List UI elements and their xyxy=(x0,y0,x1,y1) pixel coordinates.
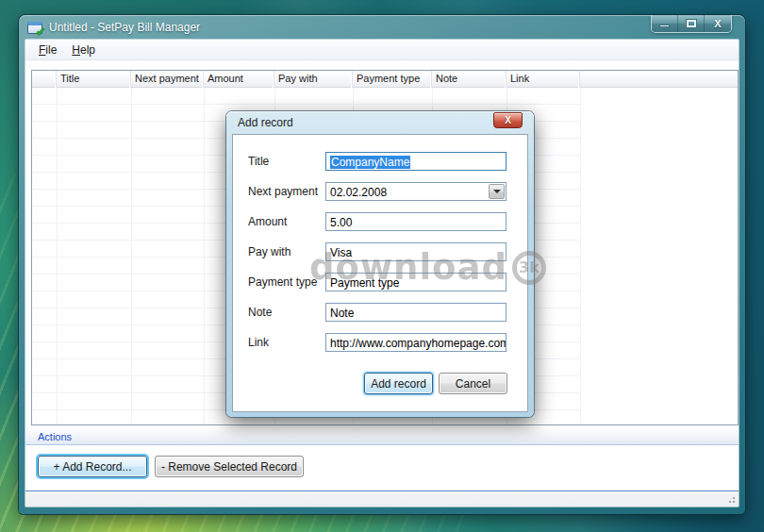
amount-label: Amount xyxy=(248,212,325,231)
status-bar xyxy=(25,490,739,507)
menu-bar: File Help xyxy=(25,40,739,60)
grid-line xyxy=(131,88,132,424)
dialog-title: Add record xyxy=(226,111,534,134)
watermark-badge-icon: 3k xyxy=(512,251,546,285)
window-controls: X xyxy=(651,15,732,33)
grid-line xyxy=(57,88,58,424)
dialog-close-button[interactable]: X xyxy=(493,112,523,128)
field-row-amount: Amount 5.00 xyxy=(248,212,527,231)
menu-file[interactable]: File xyxy=(31,42,64,58)
column-header-next-payment[interactable]: Next payment xyxy=(131,71,204,88)
field-row-note: Note Note xyxy=(248,303,527,322)
grid-line xyxy=(580,88,581,424)
close-button[interactable]: X xyxy=(705,15,731,32)
column-header-note[interactable]: Note xyxy=(432,71,507,88)
chevron-down-icon xyxy=(493,190,501,193)
close-icon: X xyxy=(505,116,511,125)
field-row-link: Link http://www.companyhomepage.com xyxy=(248,333,527,352)
desktop: ✔ Untitled - SetPay Bill Manager X File … xyxy=(0,0,764,532)
watermark-text: download xyxy=(309,247,507,288)
close-icon: X xyxy=(714,19,721,29)
titlebar[interactable]: ✔ Untitled - SetPay Bill Manager xyxy=(19,15,745,40)
menu-help[interactable]: Help xyxy=(64,42,103,58)
dialog-buttons: Add record Cancel xyxy=(364,373,507,394)
resize-grip-icon[interactable] xyxy=(727,495,736,504)
add-record-button[interactable]: + Add Record... xyxy=(38,456,147,477)
minimize-button[interactable] xyxy=(652,15,678,32)
window-title: Untitled - SetPay Bill Manager xyxy=(49,21,200,34)
next-payment-value: 02.02.2008 xyxy=(330,186,387,199)
amount-input[interactable]: 5.00 xyxy=(325,212,507,231)
dialog-add-record-button[interactable]: Add record xyxy=(364,373,433,394)
column-header-title[interactable]: Title xyxy=(57,71,131,88)
remove-selected-record-button[interactable]: - Remove Selected Record xyxy=(155,456,304,477)
column-header-pay-with[interactable]: Pay with xyxy=(274,71,353,88)
maximize-icon xyxy=(687,20,696,27)
link-label: Link xyxy=(248,333,325,352)
column-header-selector[interactable] xyxy=(32,71,57,88)
note-input[interactable]: Note xyxy=(325,303,507,322)
dialog-cancel-button[interactable]: Cancel xyxy=(439,373,507,394)
selected-text: CompanyName xyxy=(330,156,410,169)
minimize-icon xyxy=(659,25,670,27)
date-dropdown-button[interactable] xyxy=(489,184,505,199)
title-input[interactable]: CompanyName xyxy=(325,152,507,171)
link-input[interactable]: http://www.companyhomepage.com xyxy=(325,333,507,352)
field-row-title: Title CompanyName xyxy=(248,152,527,171)
next-payment-combo[interactable]: 02.02.2008 xyxy=(325,182,507,201)
table-header-row: Title Next payment Amount Pay with Payme… xyxy=(32,71,738,88)
next-payment-label: Next payment xyxy=(248,182,325,201)
check-icon: ✔ xyxy=(36,26,45,38)
column-header-filler xyxy=(580,71,738,88)
note-label: Note xyxy=(248,303,325,322)
actions-panel-header: Actions xyxy=(25,429,739,445)
column-header-amount[interactable]: Amount xyxy=(204,71,274,88)
app-icon: ✔ xyxy=(27,22,42,34)
column-header-payment-type[interactable]: Payment type xyxy=(353,71,432,88)
title-label: Title xyxy=(248,152,325,171)
download3k-watermark: download 3k xyxy=(309,247,546,288)
maximize-button[interactable] xyxy=(678,15,705,32)
column-header-link[interactable]: Link xyxy=(507,71,580,88)
field-row-next-payment: Next payment 02.02.2008 xyxy=(248,182,527,201)
grid-line xyxy=(204,88,205,424)
